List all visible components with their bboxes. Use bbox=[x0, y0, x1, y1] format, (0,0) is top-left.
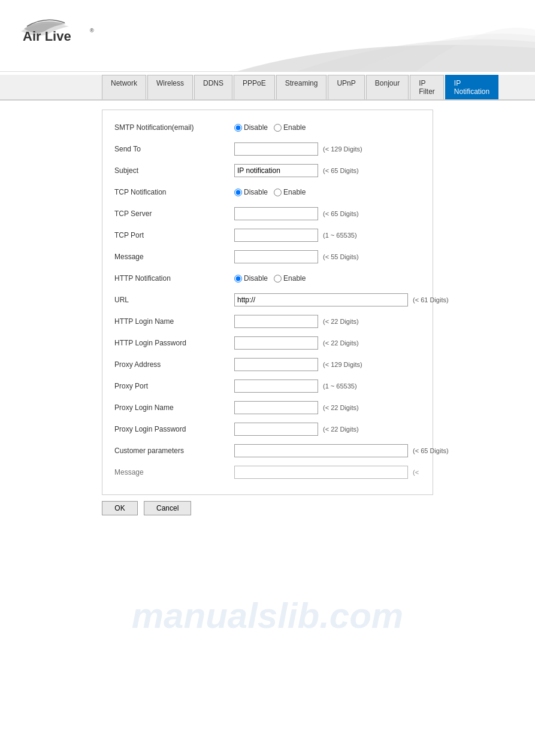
smtp-label: SMTP Notification(email) bbox=[114, 123, 234, 132]
proxy-login-password-input[interactable] bbox=[234, 423, 318, 436]
tab-network[interactable]: Network bbox=[102, 75, 146, 99]
tab-ddns[interactable]: DDNS bbox=[194, 75, 232, 99]
tab-bonjour[interactable]: Bonjour bbox=[366, 75, 409, 99]
proxy-login-name-hint: (< 22 Digits) bbox=[323, 404, 359, 411]
http-disable-text: Disable bbox=[244, 274, 268, 283]
proxy-port-label: Proxy Port bbox=[114, 382, 234, 390]
http-notif-control: Disable Enable bbox=[234, 274, 421, 283]
tcp-enable-radio[interactable] bbox=[274, 189, 282, 196]
smtp-enable-radio[interactable] bbox=[274, 124, 282, 132]
header-decoration bbox=[116, 0, 535, 72]
smtp-disable-text: Disable bbox=[244, 123, 268, 132]
http-login-name-input[interactable] bbox=[234, 315, 318, 328]
message-tcp-input[interactable] bbox=[234, 250, 318, 263]
tcp-radio-group: Disable Enable bbox=[234, 188, 306, 196]
proxy-login-password-hint: (< 22 Digits) bbox=[323, 426, 359, 433]
url-input[interactable] bbox=[234, 293, 408, 306]
ok-button[interactable]: OK bbox=[102, 501, 138, 515]
send-to-label: Send To bbox=[114, 145, 234, 153]
tab-ip-notification[interactable]: IP Notification bbox=[445, 75, 498, 99]
message-http-input[interactable] bbox=[234, 466, 408, 479]
tcp-server-input[interactable] bbox=[234, 207, 318, 220]
customer-params-input[interactable] bbox=[234, 444, 408, 457]
subject-control: (< 65 Digits) bbox=[234, 164, 421, 177]
tab-pppoe[interactable]: PPPoE bbox=[234, 75, 275, 99]
http-enable-radio[interactable] bbox=[274, 275, 282, 283]
tcp-port-control: (1 ~ 65535) bbox=[234, 229, 421, 242]
tcp-port-label: TCP Port bbox=[114, 231, 234, 239]
tcp-disable-radio[interactable] bbox=[234, 189, 242, 196]
customer-params-row: Customer parameters (< 65 Digits) bbox=[114, 442, 421, 459]
proxy-port-row: Proxy Port (1 ~ 65535) bbox=[114, 378, 421, 394]
tcp-port-input[interactable] bbox=[234, 229, 318, 242]
message-http-hint: (< 65 Digits) bbox=[413, 469, 421, 476]
cancel-button[interactable]: Cancel bbox=[144, 501, 191, 515]
http-login-name-label: HTTP Login Name bbox=[114, 317, 234, 326]
subject-input[interactable] bbox=[234, 164, 318, 177]
form-container: SMTP Notification(email) Disable Enable … bbox=[102, 110, 433, 495]
message-http-row: Message (< 65 Digits) bbox=[114, 464, 421, 481]
tab-wireless[interactable]: Wireless bbox=[147, 75, 193, 99]
smtp-disable-radio[interactable] bbox=[234, 124, 242, 132]
tcp-enable-label[interactable]: Enable bbox=[274, 188, 306, 196]
http-disable-radio[interactable] bbox=[234, 275, 242, 283]
send-to-hint: (< 129 Digits) bbox=[323, 145, 362, 153]
tab-streaming[interactable]: Streaming bbox=[276, 75, 327, 99]
proxy-login-name-row: Proxy Login Name (< 22 Digits) bbox=[114, 399, 421, 416]
http-enable-label[interactable]: Enable bbox=[274, 274, 306, 283]
http-login-password-row: HTTP Login Password (< 22 Digits) bbox=[114, 335, 421, 351]
proxy-login-name-control: (< 22 Digits) bbox=[234, 401, 421, 414]
smtp-radio-group: Disable Enable bbox=[234, 123, 306, 132]
proxy-address-row: Proxy Address (< 129 Digits) bbox=[114, 356, 421, 373]
proxy-login-name-input[interactable] bbox=[234, 401, 318, 414]
proxy-login-password-row: Proxy Login Password (< 22 Digits) bbox=[114, 421, 421, 438]
tab-ip-filter[interactable]: IP Filter bbox=[410, 75, 444, 99]
send-to-row: Send To (< 129 Digits) bbox=[114, 141, 421, 157]
proxy-login-password-label: Proxy Login Password bbox=[114, 425, 234, 433]
http-radio-group: Disable Enable bbox=[234, 274, 306, 283]
tcp-port-hint: (1 ~ 65535) bbox=[323, 232, 357, 239]
proxy-port-hint: (1 ~ 65535) bbox=[323, 382, 357, 390]
svg-text:®: ® bbox=[90, 28, 94, 34]
http-login-password-input[interactable] bbox=[234, 336, 318, 350]
svg-text:Air Live: Air Live bbox=[23, 29, 71, 44]
proxy-port-input[interactable] bbox=[234, 379, 318, 393]
message-tcp-control: (< 55 Digits) bbox=[234, 250, 421, 263]
tcp-server-hint: (< 65 Digits) bbox=[323, 210, 359, 217]
send-to-input[interactable] bbox=[234, 142, 318, 156]
message-http-label: Message bbox=[114, 468, 234, 476]
smtp-enable-text: Enable bbox=[283, 123, 306, 132]
header: Air Live ® bbox=[0, 0, 535, 72]
proxy-address-control: (< 129 Digits) bbox=[234, 358, 421, 371]
proxy-address-label: Proxy Address bbox=[114, 360, 234, 369]
smtp-disable-label[interactable]: Disable bbox=[234, 123, 268, 132]
url-label: URL bbox=[114, 296, 234, 304]
http-disable-label[interactable]: Disable bbox=[234, 274, 268, 283]
tcp-enable-text: Enable bbox=[283, 188, 306, 196]
message-tcp-label: Message bbox=[114, 253, 234, 261]
tcp-port-row: TCP Port (1 ~ 65535) bbox=[114, 227, 421, 244]
url-control: (< 61 Digits) bbox=[234, 293, 449, 306]
send-to-control: (< 129 Digits) bbox=[234, 142, 421, 156]
tcp-notification-row: TCP Notification Disable Enable bbox=[114, 184, 421, 201]
http-login-password-control: (< 22 Digits) bbox=[234, 336, 421, 350]
proxy-login-name-label: Proxy Login Name bbox=[114, 403, 234, 412]
message-tcp-hint: (< 55 Digits) bbox=[323, 253, 359, 260]
proxy-address-hint: (< 129 Digits) bbox=[323, 361, 362, 368]
smtp-notification-row: SMTP Notification(email) Disable Enable bbox=[114, 119, 421, 136]
main-content: SMTP Notification(email) Disable Enable … bbox=[0, 101, 535, 521]
http-login-name-hint: (< 22 Digits) bbox=[323, 318, 359, 325]
subject-hint: (< 65 Digits) bbox=[323, 167, 359, 174]
tab-upnp[interactable]: UPnP bbox=[328, 75, 364, 99]
message-http-control: (< 65 Digits) bbox=[234, 466, 421, 479]
smtp-enable-label[interactable]: Enable bbox=[274, 123, 306, 132]
proxy-address-input[interactable] bbox=[234, 358, 318, 371]
tcp-server-row: TCP Server (< 65 Digits) bbox=[114, 205, 421, 222]
airlive-logo: Air Live ® bbox=[12, 12, 108, 48]
http-enable-text: Enable bbox=[283, 274, 306, 283]
subject-row: Subject (< 65 Digits) bbox=[114, 162, 421, 179]
tcp-disable-label[interactable]: Disable bbox=[234, 188, 268, 196]
subject-label: Subject bbox=[114, 166, 234, 175]
proxy-port-control: (1 ~ 65535) bbox=[234, 379, 421, 393]
url-row: URL (< 61 Digits) bbox=[114, 292, 421, 308]
